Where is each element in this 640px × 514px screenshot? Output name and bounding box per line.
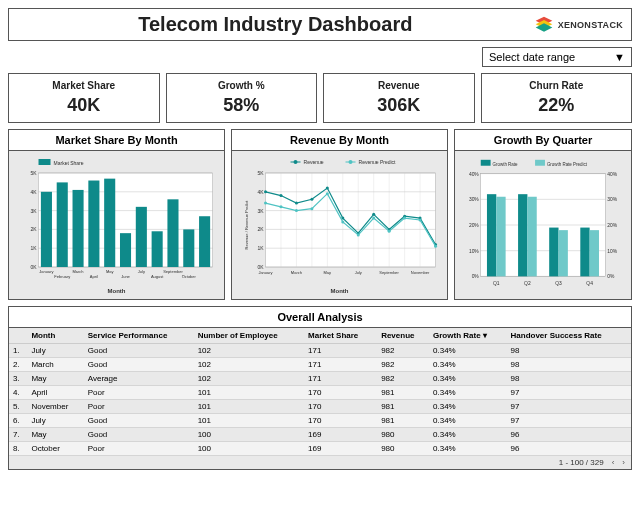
table-header[interactable]: Number of Employee xyxy=(194,328,304,344)
kpi-value: 306K xyxy=(324,95,474,116)
table-cell: April xyxy=(27,386,83,400)
kpi-churn: Churn Rate 22% xyxy=(481,73,633,123)
chart-row: Market Share By Month Market Share0K1K2K… xyxy=(8,129,632,300)
table-cell: 0.34% xyxy=(429,428,507,442)
svg-rect-124 xyxy=(496,197,505,277)
table-cell: 97 xyxy=(507,400,631,414)
table-cell: Poor xyxy=(84,386,194,400)
table-cell: 3. xyxy=(9,372,27,386)
table-row[interactable]: 7.MayGood1001699800.34%96 xyxy=(9,428,631,442)
table-cell: Good xyxy=(84,344,194,358)
table-cell: Poor xyxy=(84,400,194,414)
svg-text:5K: 5K xyxy=(30,170,37,176)
table-cell: 171 xyxy=(304,372,377,386)
table-header[interactable]: Month xyxy=(27,328,83,344)
table-cell: 170 xyxy=(304,386,377,400)
svg-text:10%: 10% xyxy=(607,249,617,254)
pager-prev-button[interactable]: ‹ xyxy=(612,458,615,467)
table-cell: 96 xyxy=(507,428,631,442)
analysis-title: Overall Analysis xyxy=(9,307,631,328)
table-header[interactable]: Market Share xyxy=(304,328,377,344)
table-cell: November xyxy=(27,400,83,414)
kpi-value: 22% xyxy=(482,95,632,116)
date-range-select[interactable]: Select date range ▼ xyxy=(482,47,632,67)
table-cell: 8. xyxy=(9,442,27,456)
svg-point-72 xyxy=(280,194,283,197)
table-cell: 0.34% xyxy=(429,358,507,372)
svg-rect-127 xyxy=(527,197,536,277)
table-cell: 171 xyxy=(304,358,377,372)
svg-text:1K: 1K xyxy=(30,245,37,251)
table-cell: 0.34% xyxy=(429,386,507,400)
table-row[interactable]: 8.OctoberPoor1001699800.34%96 xyxy=(9,442,631,456)
table-row[interactable]: 6.JulyGood1011709810.34%97 xyxy=(9,414,631,428)
svg-point-75 xyxy=(326,187,329,190)
svg-text:Growth Rate Predict: Growth Rate Predict xyxy=(547,162,588,167)
svg-text:1K: 1K xyxy=(257,245,264,251)
chart-body: RevenueRevenue Predict0K1K2K3K4K5KJanuar… xyxy=(232,151,447,299)
table-header[interactable]: Growth Rate ▾ xyxy=(429,328,507,344)
svg-text:January: January xyxy=(39,269,53,274)
svg-text:30%: 30% xyxy=(607,197,617,202)
svg-text:4K: 4K xyxy=(30,189,37,195)
pager-next-button[interactable]: › xyxy=(622,458,625,467)
table-cell: 980 xyxy=(377,442,429,456)
svg-text:Revenue / Revenue Predict: Revenue / Revenue Predict xyxy=(244,200,249,250)
table-row[interactable]: 5.NovemberPoor1011709810.34%97 xyxy=(9,400,631,414)
table-cell: 98 xyxy=(507,358,631,372)
svg-rect-106 xyxy=(535,160,545,166)
svg-text:Growth Rate: Growth Rate xyxy=(493,162,518,167)
svg-text:30%: 30% xyxy=(469,197,479,202)
kpi-row: Market Share 40K Growth % 58% Revenue 30… xyxy=(8,73,632,123)
table-cell: 97 xyxy=(507,414,631,428)
svg-rect-18 xyxy=(41,192,52,267)
chart-title: Revenue By Month xyxy=(232,130,447,151)
svg-point-89 xyxy=(357,234,360,237)
table-row[interactable]: 2.MarchGood1021719820.34%98 xyxy=(9,358,631,372)
svg-text:Month: Month xyxy=(331,288,349,294)
svg-text:2K: 2K xyxy=(30,226,37,232)
table-cell: 169 xyxy=(304,428,377,442)
table-cell: July xyxy=(27,414,83,428)
kpi-value: 58% xyxy=(167,95,317,116)
table-row[interactable]: 1.JulyGood1021719820.34%98 xyxy=(9,344,631,358)
kpi-label: Growth % xyxy=(167,80,317,91)
table-cell: 169 xyxy=(304,442,377,456)
svg-rect-133 xyxy=(590,230,599,276)
chart-svg-growth: Growth RateGrowth Rate Predict0%0%10%10%… xyxy=(459,155,627,295)
table-row[interactable]: 3.MayAverage1021719820.34%98 xyxy=(9,372,631,386)
kpi-growth: Growth % 58% xyxy=(166,73,318,123)
table-header[interactable] xyxy=(9,328,27,344)
table-cell: October xyxy=(27,442,83,456)
brand-stack-icon xyxy=(534,15,554,35)
svg-point-85 xyxy=(295,209,298,212)
svg-text:May: May xyxy=(106,269,114,274)
svg-point-84 xyxy=(280,205,283,208)
svg-point-71 xyxy=(264,190,267,193)
svg-text:Q3: Q3 xyxy=(555,281,562,286)
chart-body: Growth RateGrowth Rate Predict0%0%10%10%… xyxy=(455,151,631,299)
table-cell: 982 xyxy=(377,372,429,386)
svg-point-92 xyxy=(403,217,406,220)
svg-text:June: June xyxy=(121,274,130,279)
table-header[interactable]: Service Performance xyxy=(84,328,194,344)
svg-text:July: July xyxy=(355,270,362,275)
svg-text:0%: 0% xyxy=(472,274,480,279)
table-cell: 7. xyxy=(9,428,27,442)
kpi-label: Market Share xyxy=(9,80,159,91)
table-row[interactable]: 4.AprilPoor1011709810.34%97 xyxy=(9,386,631,400)
svg-point-94 xyxy=(434,245,437,248)
chart-svg-market: Market Share0K1K2K3K4K5KJanuaryFebruaryM… xyxy=(13,155,220,295)
overall-analysis: Overall Analysis MonthService Performanc… xyxy=(8,306,632,470)
svg-rect-27 xyxy=(183,229,194,267)
svg-point-88 xyxy=(341,220,344,223)
brand: XENONSTACK xyxy=(534,15,623,35)
table-header[interactable]: Revenue xyxy=(377,328,429,344)
kpi-value: 40K xyxy=(9,95,159,116)
svg-rect-19 xyxy=(57,182,68,267)
table-cell: 102 xyxy=(194,372,304,386)
table-cell: 6. xyxy=(9,414,27,428)
table-header[interactable]: Handover Success Rate xyxy=(507,328,631,344)
svg-text:Market Share: Market Share xyxy=(54,160,84,166)
table-cell: 1. xyxy=(9,344,27,358)
